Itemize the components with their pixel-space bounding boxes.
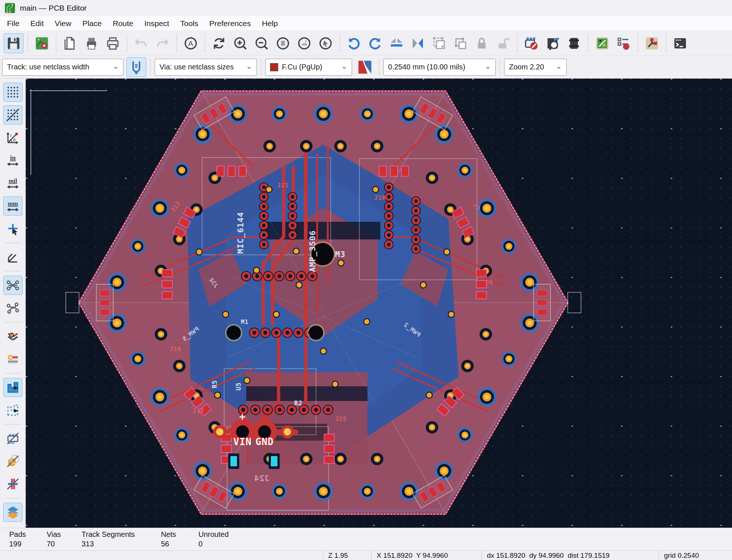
toolbar-separator [666, 34, 666, 53]
menu-edit[interactable]: Edit [25, 16, 49, 30]
layer-dropdown[interactable]: F.Cu (PgUp) ⌄ [265, 59, 352, 76]
silkscreen-label: R2 [294, 400, 302, 407]
print-button[interactable] [82, 33, 101, 53]
crosshair-cursor-button[interactable] [3, 219, 22, 238]
grid-overrides-button[interactable] [3, 105, 22, 124]
units-mils-button[interactable]: mil [3, 174, 22, 193]
toolbar-separator [340, 34, 340, 53]
zone-fill-display-button[interactable] [3, 378, 22, 397]
toolbar-separator [379, 58, 379, 76]
silkscreen-label: J21 [277, 182, 289, 189]
title-bar: main — PCB Editor [0, 0, 732, 16]
zoom-selection-button[interactable] [316, 33, 336, 53]
zoom-in-button[interactable] [230, 33, 250, 53]
find-button[interactable]: A [181, 33, 201, 53]
menu-inspect[interactable]: Inspect [139, 16, 175, 30]
lock-button[interactable] [472, 33, 492, 53]
grid-readout: grid 0.2540 [659, 551, 732, 560]
update-pcb-from-schematic-button[interactable] [592, 33, 612, 53]
layer-pair-indicator[interactable] [355, 57, 375, 77]
menu-file[interactable]: File [1, 16, 25, 30]
plot-button[interactable] [103, 33, 123, 53]
flip-horizontal-button[interactable] [387, 33, 406, 53]
sketch-footprints-button[interactable] [3, 429, 22, 448]
redo-button[interactable] [152, 33, 172, 53]
menu-place[interactable]: Place [77, 16, 107, 30]
board-setup-icon [34, 36, 50, 51]
plot-icon [105, 36, 121, 51]
footprint-editor-button[interactable] [521, 33, 541, 53]
window-title: main — PCB Editor [20, 4, 87, 12]
sketch-tracks-button[interactable] [3, 474, 22, 494]
via-size-dropdown[interactable]: Via: use netclass sizes ⌄ [155, 59, 257, 76]
toolbar-separator [150, 58, 151, 76]
crosshair-cursor-icon [6, 221, 20, 236]
free-angle-mode-button[interactable] [3, 248, 22, 267]
net-color-mode-button[interactable] [3, 327, 22, 346]
footprint-browser-button[interactable] [543, 33, 563, 53]
print-icon [84, 36, 99, 51]
pcb-canvas[interactable]: MIC_6144AMP_3506M3+VINGNDJ24R2R5U5M1PWM_… [26, 79, 732, 528]
rotate-cw-button[interactable] [365, 33, 385, 53]
sketch-pads-icon [6, 454, 20, 469]
chevron-down-icon: ⌄ [556, 62, 562, 70]
curved-ratsnest-icon [6, 301, 20, 315]
scripting-console-button[interactable] [670, 33, 690, 53]
sketch-pads-button[interactable] [3, 452, 22, 471]
menu-tools[interactable]: Tools [175, 16, 204, 30]
zone-fill-display-icon [6, 380, 20, 395]
ungroup-button[interactable] [451, 33, 470, 53]
undo-button[interactable] [131, 33, 151, 53]
undo-icon [133, 36, 149, 51]
grid-dots-button[interactable] [3, 83, 22, 102]
board-setup-button[interactable] [32, 33, 52, 53]
zoom-objects-button[interactable] [294, 33, 314, 53]
grid-dots-icon [6, 85, 20, 100]
flip-vertical-button[interactable] [408, 33, 428, 53]
grid-size-value: 0.2540 mm (10.00 mils) [388, 63, 465, 71]
group-button[interactable] [429, 33, 449, 53]
app-icon [4, 3, 15, 14]
highlight-net-button[interactable] [642, 33, 662, 53]
menu-preferences[interactable]: Preferences [204, 16, 256, 30]
units-inches-button[interactable]: in [3, 151, 22, 170]
curved-ratsnest-button[interactable] [3, 299, 22, 318]
zoom-fit-icon [275, 36, 291, 51]
unlock-button[interactable] [493, 33, 513, 53]
zoom-fit-button[interactable] [273, 33, 293, 53]
zoom-out-button[interactable] [252, 33, 272, 53]
silkscreen-label: VIN [233, 436, 252, 447]
polar-coordinates-button[interactable]: rθ [3, 128, 22, 147]
units-mm-button[interactable]: mm [3, 196, 22, 216]
page-setup-button[interactable] [60, 33, 80, 53]
zoom-dropdown[interactable]: Zoom 2.20 ⌄ [504, 59, 567, 76]
zoom-out-icon [254, 36, 269, 51]
grid-size-dropdown[interactable]: 0.2540 mm (10.00 mils) ⌄ [383, 59, 496, 76]
refresh-button[interactable] [209, 33, 229, 53]
redo-icon [155, 36, 170, 51]
unlock-icon [495, 36, 511, 51]
clearance-outlines-button[interactable] [3, 350, 22, 369]
toolbar-separator [4, 498, 21, 498]
menu-view[interactable]: View [49, 16, 77, 30]
page-setup-icon [62, 36, 78, 51]
rotate-cw-icon [367, 36, 383, 51]
group-icon [431, 36, 447, 51]
grid-overrides-icon [6, 108, 20, 122]
status-pads: Pads199 [9, 530, 26, 548]
show-ratsnest-button[interactable] [3, 276, 22, 295]
menu-route[interactable]: Route [107, 16, 139, 30]
menu-help[interactable]: Help [256, 16, 283, 30]
track-width-dropdown[interactable]: Track: use netclass width ⌄ [2, 59, 123, 76]
layers-manager-button[interactable] [3, 503, 22, 522]
silkscreen-label: + [239, 411, 246, 423]
3d-viewer-button[interactable] [564, 33, 584, 53]
rotate-ccw-button[interactable] [344, 33, 364, 53]
left-toolbar: rθinmilmm [0, 79, 26, 528]
zone-outline-display-button[interactable] [3, 401, 22, 420]
chevron-down-icon: ⌄ [341, 62, 347, 70]
auto-track-width-toggle[interactable] [126, 57, 146, 77]
design-rules-check-button[interactable] [614, 33, 634, 53]
toolbar-separator [4, 322, 21, 322]
save-button[interactable] [4, 33, 24, 53]
